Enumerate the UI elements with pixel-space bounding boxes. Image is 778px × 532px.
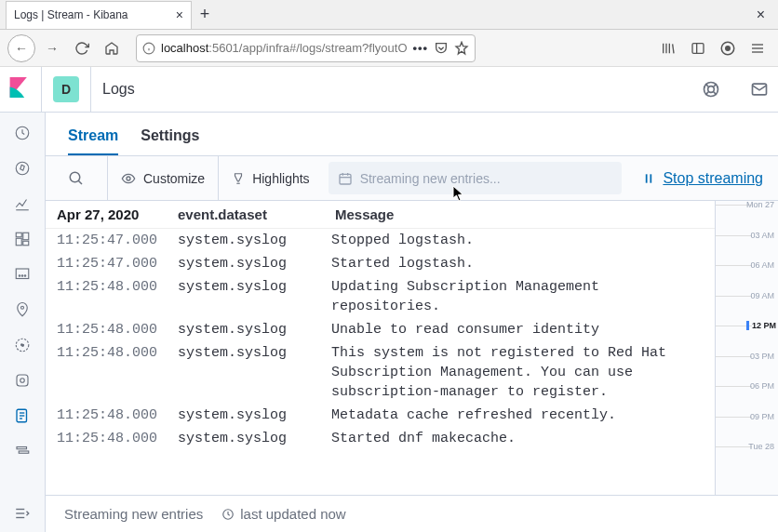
cell-dataset: system.syslog <box>178 343 331 402</box>
nav-ml-icon[interactable] <box>11 334 34 356</box>
stop-streaming-button[interactable]: Stop streaming <box>627 156 778 200</box>
kibana-header: D Logs <box>0 67 778 113</box>
kibana-logo-icon[interactable] <box>9 77 30 101</box>
window-close-icon[interactable]: × <box>744 7 778 23</box>
nav-expand-icon[interactable] <box>11 502 34 525</box>
minimap-tick: Tue 28 <box>748 442 774 451</box>
svg-rect-49 <box>340 174 351 184</box>
cell-message: Metadata cache refreshed recently. <box>331 406 704 425</box>
tab-close-icon[interactable]: × <box>176 7 183 22</box>
svg-point-30 <box>24 275 26 277</box>
nav-dashboard-icon[interactable] <box>11 228 34 250</box>
cell-message: Updating Subscription Management reposit… <box>331 277 704 316</box>
highlights-button[interactable]: Highlights <box>219 156 322 200</box>
footer-status: Streaming new entries <box>64 506 203 522</box>
cell-timestamp: 11:25:47.000 <box>57 254 178 273</box>
space-selector[interactable]: D <box>53 76 79 102</box>
svg-point-33 <box>21 344 24 347</box>
tab-stream[interactable]: Stream <box>68 127 118 155</box>
feedback-icon[interactable] <box>741 71 778 108</box>
log-row[interactable]: 11:25:48.000system.syslogStarted dnf mak… <box>46 427 715 450</box>
log-row[interactable]: 11:25:48.000system.syslogThis system is … <box>46 341 715 404</box>
highlighter-icon <box>232 171 245 186</box>
col-dataset: event.dataset <box>178 206 331 222</box>
search-button[interactable] <box>46 156 108 200</box>
back-button[interactable]: ← <box>7 34 35 62</box>
log-row[interactable]: 11:25:48.000system.syslogUnable to read … <box>46 318 715 341</box>
help-icon[interactable] <box>692 71 730 108</box>
home-button[interactable] <box>99 35 125 61</box>
stop-streaming-label: Stop streaming <box>663 170 763 187</box>
minimap-tick: 03 AM <box>750 231 774 240</box>
cell-message: Started dnf makecache. <box>331 429 704 448</box>
svg-line-46 <box>78 180 82 184</box>
svg-rect-40 <box>17 447 27 449</box>
log-row[interactable]: 11:25:47.000system.syslogStarted logstas… <box>46 252 715 275</box>
menu-icon[interactable] <box>744 35 771 61</box>
svg-point-28 <box>19 275 20 277</box>
page-actions-icon[interactable]: ••• <box>413 41 429 55</box>
svg-point-15 <box>708 86 715 93</box>
log-row[interactable]: 11:25:48.000system.syslogMetadata cache … <box>46 404 715 427</box>
svg-point-35 <box>20 379 25 383</box>
nav-maps-icon[interactable] <box>11 299 34 321</box>
cell-message: Unable to read consumer identity <box>331 320 704 339</box>
pocket-icon[interactable] <box>434 41 449 56</box>
svg-rect-7 <box>692 43 704 53</box>
nav-discover-icon[interactable] <box>11 157 34 180</box>
cell-timestamp: 11:25:47.000 <box>57 231 178 250</box>
stream-status-text: Streaming new entries... <box>360 171 501 186</box>
svg-rect-25 <box>16 238 21 246</box>
log-table: Apr 27, 2020 event.dataset Message 11:25… <box>46 201 715 495</box>
cell-timestamp: 11:25:48.000 <box>57 406 178 425</box>
new-tab-button[interactable]: + <box>192 2 218 28</box>
content-tabs: Stream Settings <box>46 113 778 156</box>
svg-rect-26 <box>23 241 29 246</box>
info-icon <box>142 42 155 55</box>
forward-button[interactable]: → <box>39 35 65 61</box>
svg-line-18 <box>714 84 717 86</box>
svg-rect-41 <box>19 451 29 453</box>
timeline-minimap[interactable]: Mon 2703 AM06 AM09 AM12 PM03 PM06 PM09 P… <box>715 201 778 495</box>
nav-logs-icon[interactable] <box>11 405 34 427</box>
reload-button[interactable] <box>69 35 95 61</box>
cell-dataset: system.syslog <box>178 429 331 448</box>
cell-timestamp: 11:25:48.000 <box>57 429 178 448</box>
log-row[interactable]: 11:25:47.000system.syslogStopped logstas… <box>46 229 715 252</box>
nav-recent-icon[interactable] <box>11 122 34 144</box>
customize-button[interactable]: Customize <box>108 156 219 200</box>
nav-apm-icon[interactable] <box>11 440 34 462</box>
sidebar-icon[interactable] <box>685 35 711 61</box>
highlights-label: Highlights <box>252 171 309 186</box>
nav-canvas-icon[interactable] <box>11 263 34 286</box>
customize-label: Customize <box>143 171 205 186</box>
calendar-icon <box>338 171 353 186</box>
nav-visualize-icon[interactable] <box>11 193 34 215</box>
col-message: Message <box>331 206 704 222</box>
cell-timestamp: 11:25:48.000 <box>57 320 178 339</box>
cell-message: Started logstash. <box>331 254 704 273</box>
bookmark-star-icon[interactable] <box>454 41 469 56</box>
svg-rect-27 <box>16 269 29 279</box>
minimap-tick: 12 PM <box>746 321 776 330</box>
minimap-tick: 06 PM <box>750 381 774 391</box>
library-icon[interactable] <box>655 35 681 61</box>
log-footer: Streaming new entries last updated now <box>46 495 778 532</box>
browser-toolbar: ← → localhost:5601/app/infra#/logs/strea… <box>0 30 778 67</box>
svg-line-19 <box>705 92 708 95</box>
tab-settings[interactable]: Settings <box>141 127 199 155</box>
profile-icon[interactable] <box>715 35 741 61</box>
svg-line-6 <box>673 44 674 53</box>
pause-icon <box>642 172 655 185</box>
side-nav <box>0 113 46 532</box>
cell-dataset: system.syslog <box>178 231 331 250</box>
cell-message: This system is not registered to Red Hat… <box>331 343 704 402</box>
log-row[interactable]: 11:25:48.000system.syslogUpdating Subscr… <box>46 275 715 318</box>
log-toolbar: Customize Highlights Streaming new entri… <box>46 156 778 201</box>
cell-dataset: system.syslog <box>178 277 331 316</box>
search-icon <box>68 170 85 187</box>
nav-metrics-icon[interactable] <box>11 369 34 392</box>
minimap-tick: 09 PM <box>750 412 774 421</box>
address-bar[interactable]: localhost:5601/app/infra#/logs/stream?fl… <box>136 34 476 62</box>
browser-tab[interactable]: Logs | Stream - Kibana × <box>6 1 192 29</box>
